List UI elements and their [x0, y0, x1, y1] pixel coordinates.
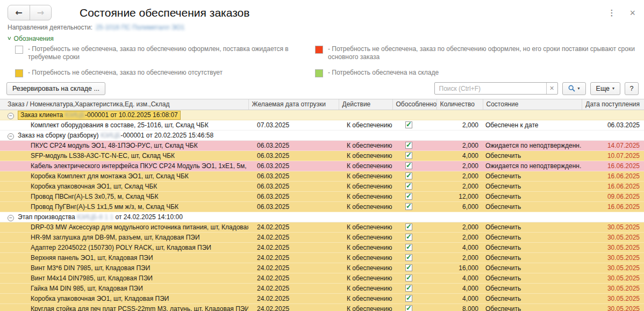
legend-color-swatch — [15, 69, 23, 77]
search-button[interactable]: ▾ — [562, 82, 586, 95]
cell-name: Круглая стойка для печ плат PCSS-22mm M3… — [0, 303, 248, 311]
separate-checkbox[interactable] — [405, 152, 412, 159]
legend-toggle[interactable]: ∨ Обозначения — [8, 35, 54, 42]
column-header-qty[interactable]: Количество — [437, 99, 483, 110]
cell-ship-date: 06.03.2025 — [248, 181, 339, 191]
cell-receipt-date: 10.07.2025 — [582, 150, 644, 161]
cell-quantity: 4,000 — [437, 283, 483, 293]
cell-separate — [392, 140, 437, 150]
cell-action: К обеспечению — [339, 252, 392, 263]
legend-item: - Потребность обеспечена на складе — [315, 69, 636, 78]
separate-checkbox[interactable] — [405, 254, 412, 261]
column-header-status[interactable]: Состояние — [483, 99, 582, 110]
cell-ship-date: 06.03.2025 — [248, 191, 339, 201]
cell-name: −Заказ на сборку (разборку) ЮИЦБ-000001 … — [0, 130, 248, 140]
table-row[interactable]: Верхняя панель ЭО1, шт, Кладовая ПЭИ24.0… — [0, 252, 644, 263]
column-header-action[interactable]: Действие — [339, 99, 392, 110]
column-header-name[interactable]: Заказ / Номенклатура,Характеристика,Ед. … — [0, 99, 248, 110]
legend-items: - Потребность не обеспечена, заказ по об… — [15, 45, 636, 78]
cell-action: К обеспечению — [339, 283, 392, 293]
app-window: { "window": { "title": "Состояние обеспе… — [0, 0, 644, 311]
column-header-receipt-date[interactable]: Дата поступления — [582, 99, 644, 110]
table-row[interactable]: Кабель электрического интерфейса ПКУС СР… — [0, 161, 644, 171]
history-nav: ← → — [8, 5, 52, 20]
separate-checkbox[interactable] — [405, 264, 412, 271]
cell-name: Коробка упаковочная ЭО1, шт, Кладовая ПЭ… — [0, 293, 248, 303]
back-button[interactable]: ← — [8, 5, 30, 20]
activity-direction-value[interactable]: 25-1016 ПС Полиметалл ЭО1 — [96, 24, 184, 31]
cell-quantity: 2,000 — [437, 161, 483, 171]
cell-name: Коробка упаковочная ЭО1, шт, Склад ЧБК — [0, 181, 248, 191]
table-row[interactable]: Винт М4х14 DIN7985, шт, Кладовая ПЭИ24.0… — [0, 273, 644, 283]
group-row[interactable]: −Этап производства ЮИЦБ-8 1 1 от 24.02.2… — [0, 212, 644, 222]
collapse-icon[interactable]: − — [8, 133, 14, 140]
separate-checkbox[interactable] — [405, 162, 412, 169]
more-menu-icon[interactable]: ⋮ — [607, 8, 616, 18]
table-row[interactable]: Комплект оборудования в составе, 25-1016… — [0, 120, 644, 130]
table-row[interactable]: Провод ПВСнг(А)-LS 3х0,75, м, Склад ЧБК0… — [0, 191, 644, 201]
group-row[interactable]: −Заказ на сборку (разборку) ЮИЦБ-000001 … — [0, 130, 644, 140]
column-header-ship-date[interactable]: Желаемая дата отгрузки — [248, 99, 339, 110]
table-row[interactable]: Коробка упаковочная ЭО1, шт, Кладовая ПЭ… — [0, 293, 644, 303]
table-row[interactable]: Провод ПуГВнг(А)-LS 1х1,5 мм ж/з, м, Скл… — [0, 201, 644, 212]
group-title-code-redacted: ЮИЦБ — [65, 111, 85, 119]
table-row[interactable]: HR-9M заглушка для DB-9M, разъем, шт, Кл… — [0, 232, 644, 242]
cell-receipt-date: 30.05.2025 — [582, 283, 644, 293]
cell-status: Ожидается по неподтвержденн... — [483, 140, 582, 150]
reserve-button[interactable]: Резервировать на складе ... — [6, 82, 105, 95]
separate-checkbox[interactable] — [405, 223, 412, 230]
separate-checkbox[interactable] — [405, 305, 412, 311]
help-button[interactable]: ? — [625, 82, 639, 95]
cell-status: Обеспечить — [483, 191, 582, 201]
more-button[interactable]: Еще ▾ — [590, 82, 620, 95]
cell-separate — [392, 120, 437, 130]
separate-checkbox[interactable] — [405, 193, 412, 200]
cell-receipt-date: 16.06.2025 — [582, 161, 644, 171]
separate-checkbox[interactable] — [405, 295, 412, 302]
separate-checkbox[interactable] — [405, 274, 412, 281]
cell-ship-date: 24.02.2025 — [248, 232, 339, 242]
cell-receipt-date: 30.05.2025 — [582, 252, 644, 263]
cell-name: Винт М4х14 DIN7985, шт, Кладовая ПЭИ — [0, 273, 248, 283]
table-row[interactable]: Круглая стойка для печ плат PCSS-22mm M3… — [0, 303, 644, 311]
separate-checkbox[interactable] — [405, 285, 412, 292]
search-input[interactable] — [435, 83, 546, 94]
separate-checkbox[interactable] — [405, 121, 412, 128]
clear-search-icon[interactable]: × — [546, 83, 557, 94]
table-row[interactable]: Коробка Комплект для монтажа ЭО1, шт, Ск… — [0, 171, 644, 181]
separate-checkbox[interactable] — [405, 244, 412, 251]
cell-name: Кабель электрического интерфейса ПКУС СР… — [0, 161, 248, 171]
table-row[interactable]: Гайка М4 DIN 985, шт, Кладовая ПЭИ24.02.… — [0, 283, 644, 293]
table-row[interactable]: Винт М3*6 DIN 7985, шт, Кладовая ПЭИ24.0… — [0, 263, 644, 273]
separate-checkbox[interactable] — [405, 172, 412, 179]
search-icon — [568, 85, 575, 92]
legend-item-text: - Потребность не обеспечена, заказ по об… — [28, 45, 299, 65]
table-row[interactable]: ПКУС СР24 модуль ЭО1, 48-1ПЭО-РУС, шт, С… — [0, 140, 644, 150]
cell-ship-date: 06.03.2025 — [248, 171, 339, 181]
cell-name: −Заказ клиента ЮИЦБ-000001 от 10.02.2025… — [0, 110, 248, 120]
separate-checkbox[interactable] — [405, 183, 412, 190]
collapse-icon[interactable]: − — [8, 215, 14, 221]
cell-receipt-date: 30.05.2025 — [582, 232, 644, 242]
legend-item: - Потребность не обеспечена, заказ по об… — [15, 45, 310, 65]
table-row[interactable]: Коробка упаковочная ЭО1, шт, Склад ЧБК06… — [0, 181, 644, 191]
cell-action: К обеспечению — [339, 263, 392, 273]
cell-action: К обеспечению — [339, 201, 392, 212]
group-row[interactable]: −Заказ клиента ЮИЦБ-000001 от 10.02.2025… — [0, 110, 644, 120]
cell-action: К обеспечению — [339, 161, 392, 171]
close-icon[interactable]: × — [629, 9, 635, 17]
separate-checkbox[interactable] — [405, 234, 412, 241]
table-row[interactable]: Адаптер 22045022 (150730) POLY RACK, шт,… — [0, 242, 644, 252]
cell-name: Верхняя панель ЭО1, шт, Кладовая ПЭИ — [0, 252, 248, 263]
cell-status: Обеспечить — [483, 263, 582, 273]
collapse-icon[interactable]: − — [8, 113, 14, 119]
table-row[interactable]: DRP-03 MW Аксессуар для модульного источ… — [0, 222, 644, 232]
separate-checkbox[interactable] — [405, 203, 412, 210]
cell-receipt-date: 16.06.2025 — [582, 171, 644, 181]
table-row[interactable]: SFP-модуль LS38-A3C-TC-N-EC, шт, Склад Ч… — [0, 150, 644, 161]
separate-checkbox[interactable] — [405, 142, 412, 149]
column-header-separate[interactable]: Обособленно — [392, 99, 437, 110]
forward-button[interactable]: → — [30, 5, 51, 20]
legend-item-text: - Потребность не обеспечена, заказ по об… — [28, 69, 223, 78]
cell-status: Обеспечить — [483, 232, 582, 242]
